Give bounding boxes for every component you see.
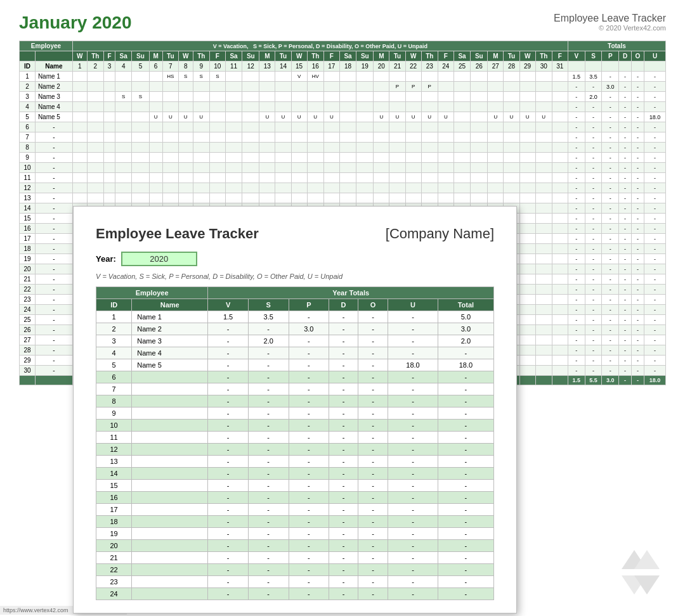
bg-title: January 2020 [19, 13, 131, 33]
modal-company: [Company Name] [386, 226, 494, 242]
modal-table-row: 13------- [96, 456, 494, 468]
bg-row: 2Name 2PPP--3.0--- [20, 82, 666, 92]
modal-table-row: 11------- [96, 432, 494, 444]
modal-employee-col-header: Employee [96, 287, 208, 299]
modal-table-row: 6------- [96, 371, 494, 383]
modal-table-row: 12------- [96, 444, 494, 456]
bg-totals-header: Totals [568, 41, 665, 51]
modal-legend: V = Vacation, S = Sick, P = Personal, D … [96, 273, 494, 280]
modal-table-row: 20------- [96, 540, 494, 552]
modal-table-row: 21------- [96, 552, 494, 564]
modal-table-row: 16------- [96, 492, 494, 504]
modal-table-row: 8------- [96, 395, 494, 407]
modal-year-totals-header: Year Totals [208, 287, 494, 299]
modal-year-label: Year: [96, 254, 116, 264]
modal-year-row: Year: [96, 252, 494, 266]
bg-empty-row: 6------- [20, 122, 666, 132]
bg-empty-row: 10------- [20, 163, 666, 173]
bg-empty-row: 12------- [20, 183, 666, 193]
modal-popup: Employee Leave Tracker [Company Name] Ye… [73, 206, 517, 613]
bg-app-title: Employee Leave Tracker [554, 13, 666, 24]
modal-table-row: 3Name 3-2.0----2.0 [96, 335, 494, 347]
modal-table-row: 22------- [96, 564, 494, 576]
bg-copyright: © 2020 Vertex42.com [554, 24, 666, 32]
bg-legend-header: V = Vacation, S = Sick, P = Personal, D … [72, 41, 568, 51]
modal-table-row: 4Name 4------- [96, 347, 494, 359]
modal-table-row: 14------- [96, 468, 494, 480]
modal-table-row: 2Name 2--3.0---3.0 [96, 323, 494, 335]
bg-empty-row: 9------- [20, 153, 666, 163]
modal-title: Employee Leave Tracker [96, 226, 259, 242]
modal-table-row: 9------- [96, 407, 494, 420]
modal-year-input[interactable] [121, 252, 197, 266]
modal-table-row: 15------- [96, 480, 494, 492]
bg-empty-row: 7------- [20, 132, 666, 143]
bg-empty-row: 8------- [20, 143, 666, 153]
modal-table-row: 5Name 5-----18.018.0 [96, 359, 494, 371]
bg-row: 3Name 3SS-2.0---- [20, 92, 666, 102]
modal-table-row: 18------- [96, 516, 494, 528]
bg-employee-header: Employee [20, 41, 73, 51]
vertex-logo [615, 544, 666, 597]
modal-header: Employee Leave Tracker [Company Name] [96, 226, 494, 242]
modal-table-row: 10------- [96, 420, 494, 432]
bg-empty-row: 11------- [20, 173, 666, 183]
modal-table: Employee Year Totals ID Name V S P D O U… [96, 286, 494, 600]
bg-row: 1Name 1HSSSSVHV1.53.5---- [20, 72, 666, 82]
modal-table-row: 23------- [96, 576, 494, 588]
bg-row: 5Name 5UUUUUUUUUUUUUUUUUU-----18.0 [20, 112, 666, 122]
modal-table-row: 7------- [96, 383, 494, 395]
bg-row: 4Name 4------ [20, 102, 666, 112]
modal-table-row: 24------- [96, 588, 494, 600]
modal-table-row: 19------- [96, 528, 494, 540]
bg-empty-row: 13------- [20, 193, 666, 203]
modal-table-row: 1Name 11.53.5----5.0 [96, 311, 494, 323]
modal-table-row: 17------- [96, 504, 494, 516]
